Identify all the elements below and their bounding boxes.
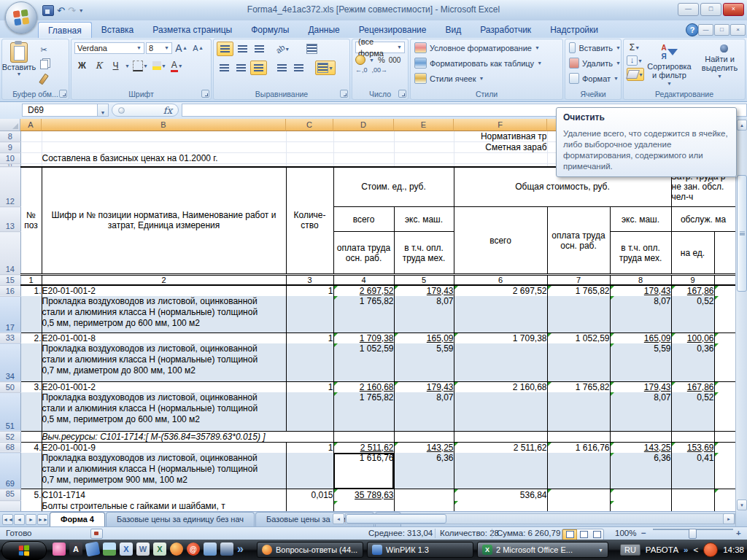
flower-app-icon[interactable] [53, 542, 66, 556]
header-cell[interactable]: оплата труда осн. раб. [547, 207, 610, 275]
row-header[interactable]: 13 [0, 207, 20, 232]
cell[interactable]: 35 789,63 [333, 489, 394, 501]
cell[interactable]: 100,06 [671, 332, 714, 343]
tab-data[interactable]: Данные [298, 22, 349, 38]
zoom-level[interactable]: 100% [615, 529, 636, 537]
cell[interactable]: 5 [394, 275, 454, 286]
normal-view-button[interactable] [562, 529, 577, 540]
next-sheet-icon[interactable]: ► [26, 514, 36, 525]
scroll-down-icon[interactable]: ▼ [737, 499, 747, 510]
row-header[interactable]: 10 [0, 153, 20, 164]
autosum-button[interactable]: Σ▼ [627, 42, 643, 53]
tab-insert[interactable]: Вставка [92, 22, 144, 38]
cell[interactable] [394, 489, 454, 501]
cell[interactable]: 167,86 [671, 382, 714, 393]
minimize-button[interactable]: — [678, 3, 699, 16]
header-cell[interactable]: обслуж. ма [671, 207, 735, 232]
align-right-button[interactable] [250, 61, 267, 75]
row-header[interactable]: 52 [0, 431, 20, 442]
row-header[interactable]: 12 [0, 167, 20, 207]
align-center-button[interactable] [233, 61, 249, 74]
cell[interactable] [454, 343, 547, 382]
cell[interactable]: 165,09 [610, 332, 671, 343]
row-header[interactable]: 14 [0, 232, 20, 275]
cell[interactable] [20, 453, 42, 489]
bold-button[interactable]: Ж [74, 59, 90, 72]
taskbar-group-dropdown-icon[interactable]: ▼ [598, 548, 603, 553]
increase-decimal-button[interactable]: ←,0 [355, 66, 368, 74]
column-header-d[interactable]: D [333, 119, 394, 131]
cell[interactable] [42, 142, 286, 153]
cell[interactable]: 8,07 [610, 296, 671, 332]
cell[interactable] [714, 275, 735, 286]
cell[interactable] [286, 142, 333, 153]
cell[interactable] [547, 392, 610, 431]
word-icon[interactable]: W [136, 542, 150, 556]
orientation-button[interactable]: ab▼ [274, 42, 291, 55]
zoom-in-icon[interactable]: + [736, 529, 741, 537]
start-button[interactable] [1, 541, 47, 560]
align-bottom-button[interactable] [252, 42, 267, 55]
cell[interactable]: 4. [20, 442, 42, 453]
cell[interactable]: 179,43 [610, 285, 671, 296]
row-header[interactable]: 15 [0, 275, 20, 286]
dialog-launcher-alignment[interactable] [340, 90, 348, 98]
cell[interactable]: 2 160,68 [333, 382, 394, 393]
cell[interactable] [286, 343, 333, 382]
cell[interactable]: 8 [610, 275, 671, 286]
row-header[interactable]: 69 [0, 453, 20, 489]
header-cell[interactable]: всего [333, 207, 394, 232]
cell[interactable]: 1 [20, 275, 42, 286]
cell[interactable]: 3. [20, 382, 42, 393]
letter-a-app-icon[interactable]: A [69, 542, 82, 556]
display-app-icon[interactable] [220, 542, 233, 556]
cell[interactable] [20, 153, 42, 164]
column-header-f[interactable]: F [454, 119, 547, 131]
fill-button[interactable]: ↓▼ [627, 55, 643, 66]
cell[interactable]: 1 765,82 [547, 285, 610, 296]
language-indicator[interactable]: RU [620, 544, 640, 556]
column-header-e[interactable]: E [394, 119, 454, 131]
row-header[interactable]: 8 [0, 131, 20, 142]
cell[interactable] [394, 131, 454, 142]
header-cell[interactable]: экс. маш. [394, 207, 454, 232]
cell[interactable]: 1 052,59 [333, 343, 394, 382]
insert-function-button[interactable]: fx [163, 105, 172, 116]
decrease-decimal-button[interactable]: ,00→ [372, 66, 388, 74]
cell[interactable] [333, 142, 394, 153]
cell[interactable]: 153,69 [671, 442, 714, 453]
header-cell[interactable]: экс. маш. [610, 207, 671, 232]
cell[interactable] [333, 131, 394, 142]
cell[interactable] [714, 442, 735, 453]
cell[interactable] [286, 453, 333, 489]
cell[interactable] [714, 431, 735, 442]
cell[interactable]: 179,43 [394, 285, 454, 296]
cell[interactable]: 179,43 [610, 382, 671, 393]
cell[interactable] [454, 431, 547, 442]
tab-developer[interactable]: Разработчик [471, 22, 541, 38]
page-break-view-button[interactable] [590, 529, 603, 539]
tab-page-layout[interactable]: Разметка страницы [143, 22, 241, 38]
cell[interactable]: 2 697,52 [333, 285, 394, 296]
cell[interactable] [454, 392, 547, 431]
row-header[interactable]: 51 [0, 392, 20, 431]
cell[interactable]: E20-01-001-9 [42, 442, 286, 453]
cell[interactable]: 6,36 [394, 453, 454, 489]
row-header[interactable]: 17 [0, 296, 20, 332]
cell[interactable]: E20-01-001-2 [42, 285, 286, 296]
cell[interactable]: 179,43 [394, 382, 454, 393]
scroll-up-icon[interactable]: ▲ [737, 120, 747, 131]
comma-style-button[interactable]: 000 [389, 56, 401, 64]
cell[interactable]: 5. [20, 489, 42, 501]
cell[interactable]: 1 [286, 442, 333, 453]
cell[interactable] [547, 431, 610, 442]
cell-styles-button[interactable]: Стили ячеек▼ [414, 71, 562, 85]
cell[interactable]: 0,36 [671, 343, 714, 382]
cell[interactable] [547, 296, 610, 332]
underline-button[interactable]: Ч [108, 59, 123, 72]
cell[interactable]: 8,07 [394, 296, 454, 332]
header-cell-name[interactable]: Шифр и № позиции норматива, Наименование… [42, 167, 286, 275]
percent-button[interactable]: % [378, 55, 385, 64]
cell[interactable]: 5,59 [394, 343, 454, 382]
cell[interactable]: 1 765,82 [547, 382, 610, 393]
